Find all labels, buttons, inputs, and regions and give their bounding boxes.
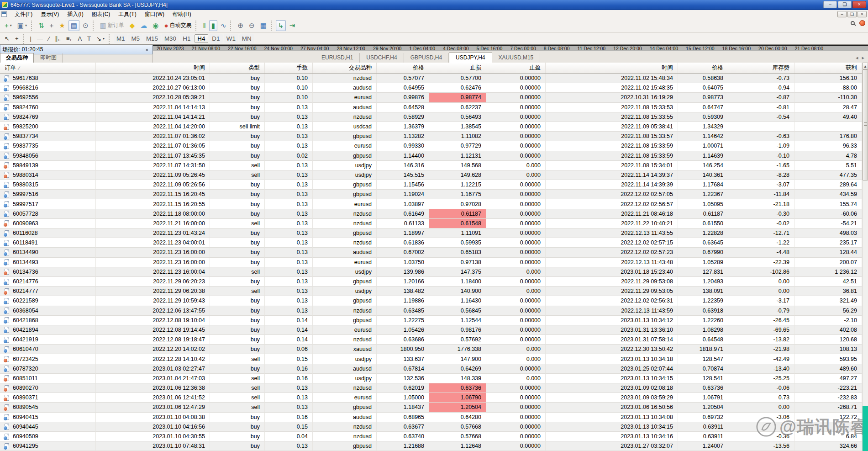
table-row[interactable]: 601184912022.11.23 04:00:01buy0.13nzdusd… xyxy=(0,238,862,248)
arrows-tool-button[interactable]: ↘▾ xyxy=(94,34,107,43)
column-header-price[interactable]: 价格 xyxy=(377,63,429,73)
table-row[interactable]: 601344932022.11.23 16:00:00buy0.13eurusd… xyxy=(0,258,862,267)
column-header-type[interactable]: 类型 xyxy=(210,63,265,73)
table-row[interactable]: 604219192022.12.08 19:18:47buy0.14nzdusd… xyxy=(0,335,862,345)
label-tool-button[interactable]: T xyxy=(85,34,93,43)
scrollbar-thumb[interactable] xyxy=(863,69,868,180)
timeframe-button-mn[interactable]: MN xyxy=(239,34,254,43)
table-row[interactable]: 598803152022.11.09 05:26:56buy0.13gbpusd… xyxy=(0,180,862,190)
timeframe-button-h4[interactable]: H4 xyxy=(195,34,208,43)
zoom-in-button[interactable]: ⊕ xyxy=(235,20,246,31)
table-row[interactable]: 599975172022.11.15 16:20:55buy0.13eurusd… xyxy=(0,199,862,209)
vertical-scrollbar[interactable]: ▲ xyxy=(862,63,868,451)
vertical-line-tool-button[interactable]: | xyxy=(28,34,34,43)
trendline-tool-button[interactable]: ∕ xyxy=(46,34,52,43)
menu-item-窗口W[interactable]: 窗口(W) xyxy=(141,11,168,18)
column-header-swap[interactable]: 库存费 xyxy=(728,63,794,73)
table-row[interactable]: 609404452023.01.10 04:16:56buy0.15nzdusd… xyxy=(0,422,862,432)
search-icon[interactable] xyxy=(851,21,855,25)
minimize-button[interactable]: – xyxy=(823,1,837,8)
new-order-button[interactable]: ▥新订单 xyxy=(98,20,126,31)
market-watch-tab-symbols[interactable]: 交易品种 xyxy=(0,53,34,63)
timeframe-button-w1[interactable]: W1 xyxy=(224,34,238,43)
chart-tab-gbpusd-h4[interactable]: GBPUSD,H4 xyxy=(404,53,449,63)
timeframe-button-d1[interactable]: D1 xyxy=(209,34,223,43)
table-row[interactable]: 598803142022.11.09 05:26:45sell0.13usdjp… xyxy=(0,170,862,180)
column-header-close_price[interactable]: 价格 xyxy=(678,63,728,73)
chart-tab-usdjpy-h4[interactable]: USDJPY,H4 xyxy=(449,53,492,63)
chart-window-icon[interactable] xyxy=(1,11,7,17)
table-row[interactable]: 608905452023.01.06 12:47:29sell0.13gbpus… xyxy=(0,403,862,412)
table-row[interactable]: 608903712023.01.06 12:41:52sell0.13eurus… xyxy=(0,393,862,403)
table-row[interactable]: 607234252022.12.28 14:10:42sell0.15usdjp… xyxy=(0,354,862,364)
profiles-button[interactable]: ▣▾ xyxy=(15,20,29,31)
table-row[interactable]: 609405092023.01.10 04:30:55buy0.04nzdusd… xyxy=(0,432,862,441)
table-row[interactable]: 596176382022.10.24 23:05:01buy0.10nzdusd… xyxy=(0,74,862,83)
timeframe-button-m1[interactable]: M1 xyxy=(114,34,128,43)
mdi-close-button[interactable]: × xyxy=(857,11,867,17)
tab-scroll-right-icon[interactable]: ▸ xyxy=(862,55,864,61)
chart-tab-xauusd-m15[interactable]: XAUUSD,M15 xyxy=(492,53,541,63)
tab-scroll-left-icon[interactable]: ◂ xyxy=(856,55,858,61)
column-header-profit[interactable]: 获利 xyxy=(794,63,862,73)
menu-item-工具T[interactable]: 工具(T) xyxy=(114,11,140,18)
text-tool-button[interactable]: A xyxy=(75,34,84,43)
crosshair-tool-button[interactable]: + xyxy=(13,34,21,43)
signals-button[interactable]: ◉ xyxy=(150,20,161,31)
close-button[interactable]: × xyxy=(852,1,866,8)
table-row[interactable]: 609412952023.01.10 07:48:31buy0.13gbpusd… xyxy=(0,441,862,451)
bar-chart-mode-button[interactable]: ‖ xyxy=(200,20,208,31)
data-window-toggle-button[interactable]: + xyxy=(47,20,56,31)
fibonacci-tool-button[interactable]: ≡F xyxy=(64,34,74,43)
table-row[interactable]: 602215892022.11.29 10:59:43buy0.13gbpusd… xyxy=(0,296,862,306)
table-row[interactable]: 602147772022.11.29 06:20:38sell0.13usdjp… xyxy=(0,287,862,296)
experts-button[interactable]: ☁ xyxy=(138,20,149,31)
cursor-tool-button[interactable]: ↖ xyxy=(2,34,12,43)
tile-windows-button[interactable]: ▦ xyxy=(258,20,269,31)
timeframe-button-m30[interactable]: M30 xyxy=(162,34,179,43)
strategy-tester-toggle-button[interactable]: ⊙ xyxy=(80,20,91,31)
menu-item-文件F[interactable]: 文件(F) xyxy=(11,11,37,18)
new-chart-button[interactable]: +▾ xyxy=(2,20,14,31)
table-row[interactable]: 598247692022.11.04 14:14:21buy0.13nzdusd… xyxy=(0,112,862,122)
column-header-order[interactable]: 订单∕ xyxy=(0,63,96,73)
table-row[interactable]: 607873202023.01.03 02:27:47buy0.16audusd… xyxy=(0,364,862,374)
table-row[interactable]: 608902702023.01.06 12:36:38sell0.13nzdus… xyxy=(0,383,862,393)
maximize-button[interactable]: ❏ xyxy=(838,1,852,8)
table-row[interactable]: 598247602022.11.04 14:14:13buy0.13audusd… xyxy=(0,103,862,112)
terminal-toggle-button[interactable]: ▤ xyxy=(68,20,79,31)
table-row[interactable]: 600909632022.11.21 16:00:00sell0.13nzdus… xyxy=(0,219,862,228)
column-header-lots[interactable]: 手数 xyxy=(265,63,313,73)
timeframe-button-m15[interactable]: M15 xyxy=(143,34,161,43)
column-header-tp[interactable]: 止盈 xyxy=(486,63,546,73)
mdi-minimize-button[interactable]: – xyxy=(837,11,847,17)
column-header-symbol[interactable]: 交易品种 xyxy=(313,63,377,73)
table-row[interactable]: 602147762022.11.29 06:20:23buy0.13gbpusd… xyxy=(0,277,862,287)
column-header-open_time[interactable]: 时间 xyxy=(96,63,210,73)
column-header-close_time[interactable]: 时间 xyxy=(546,63,678,73)
metaeditor-button[interactable]: ◆ xyxy=(127,20,137,31)
market-watch-close-icon[interactable]: × xyxy=(144,47,150,53)
zoom-out-button[interactable]: ⊖ xyxy=(247,20,257,31)
menu-item-图表C[interactable]: 图表(C) xyxy=(88,11,115,18)
table-row[interactable]: 598480562022.11.07 13:45:35buy0.02gbpusd… xyxy=(0,151,862,161)
table-row[interactable]: 598491392022.11.07 14:31:50sell0.13usdjp… xyxy=(0,161,862,170)
mdi-restore-button[interactable]: ❏ xyxy=(847,11,857,17)
table-row[interactable]: 604218682022.12.08 19:10:04buy0.14gbpusd… xyxy=(0,316,862,325)
table-row[interactable]: 598377342022.11.07 01:36:02buy0.13gbpusd… xyxy=(0,132,862,141)
table-row[interactable]: 601344902022.11.23 16:00:00buy0.13audusd… xyxy=(0,248,862,257)
community-icon[interactable] xyxy=(859,20,865,26)
autotrading-button[interactable]: ●自动交易 xyxy=(162,20,194,31)
table-row[interactable]: 596925562022.10.28 05:39:21buy0.10eurusd… xyxy=(0,93,862,102)
table-row[interactable]: 596682162022.10.27 06:13:00buy0.10audusd… xyxy=(0,83,862,93)
table-row[interactable]: 603680542022.12.06 13:47:55buy0.13nzdusd… xyxy=(0,306,862,316)
menu-item-插入I[interactable]: 插入(I) xyxy=(63,11,87,18)
table-row[interactable]: 601347362022.11.23 16:00:04sell0.13usdjp… xyxy=(0,267,862,277)
market-watch-tab-tick-chart[interactable]: 即时图 xyxy=(35,53,63,63)
chart-tab-eurusd-h1[interactable]: EURUSD,H1 xyxy=(315,53,360,63)
auto-scroll-button[interactable]: ↳ xyxy=(276,20,286,31)
menu-item-显示V[interactable]: 显示(V) xyxy=(37,11,63,18)
chart-tab-usdchf-h4[interactable]: USDCHF,H4 xyxy=(360,53,404,63)
chart-shift-button[interactable]: ⇥ xyxy=(287,20,297,31)
column-header-sl[interactable]: 止损 xyxy=(429,63,486,73)
